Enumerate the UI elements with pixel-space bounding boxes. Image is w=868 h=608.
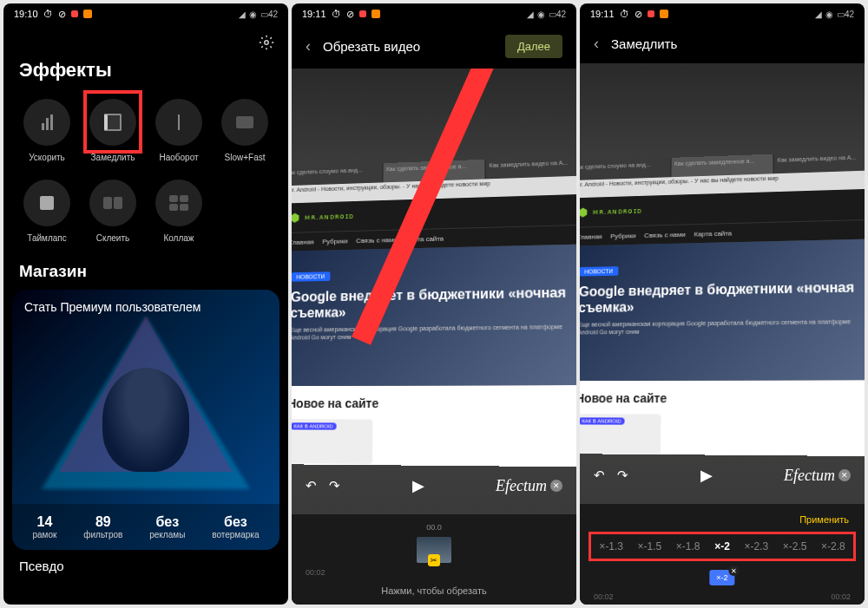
play-button[interactable]: ▶ (700, 466, 713, 485)
video-preview[interactable]: Как сделать слоумо на анд... Как сделать… (292, 69, 576, 514)
alarm-icon: ⏱ (43, 9, 53, 19)
play-button[interactable]: ▶ (412, 476, 424, 495)
timeline[interactable]: ×-2 ✕ 00:02 00:02 (587, 570, 858, 605)
app-icon-2 (83, 10, 92, 18)
speed-selector[interactable]: ×-1.3 ×-1.5 ×-1.8 ×-2 ×-2.3 ×-2.5 ×-2.8 (587, 530, 858, 563)
effect-slowfast[interactable]: Slow+Fast (214, 92, 276, 169)
speed-2[interactable]: ×-2 (714, 540, 730, 552)
pseudo-label: Псевдо (3, 550, 288, 582)
store-title: Магазин (3, 250, 288, 290)
effect-collage[interactable]: Коллаж (148, 173, 210, 250)
status-bar: 19:10 ⏱ ⊘ ◢ ◉ ▭42 (3, 3, 288, 24)
wifi-icon: ◉ (825, 10, 833, 19)
settings-icon[interactable] (259, 35, 274, 50)
preview-content: Как сделать слоумо на анд... Как сделать… (292, 155, 576, 467)
premium-title: Стать Премиум пользователем (24, 300, 201, 314)
status-time: 19:11 (590, 9, 615, 19)
app-icon-2 (372, 10, 380, 18)
effect-slowdown[interactable]: Замедлить (82, 92, 144, 169)
back-button[interactable]: ‹ (306, 37, 311, 56)
battery-icon: ▭42 (260, 10, 278, 19)
status-bar: 19:11 ⏱ ⊘ ◢ ◉ ▭42 (580, 3, 865, 24)
wifi-icon: ◉ (249, 10, 257, 19)
effect-speedup[interactable]: Ускорить (16, 92, 78, 169)
speed-marker[interactable]: ×-2 ✕ (709, 570, 734, 585)
trim-title: Обрезать видео (323, 39, 420, 54)
undo-button[interactable]: ↶ (594, 467, 605, 483)
redo-button[interactable]: ↷ (617, 467, 628, 483)
speed-2.3[interactable]: ×-2.3 (744, 540, 768, 552)
thumbnail-strip[interactable]: ✂ (299, 537, 569, 563)
time-left: 00:02 (594, 592, 614, 601)
speed-2.8[interactable]: ×-2.8 (821, 540, 845, 552)
watermark-close[interactable]: ✕ (838, 469, 851, 481)
preview-content: Как сделать слоумо на анд... Как сделать… (580, 150, 865, 456)
dnd-icon: ⊘ (346, 9, 354, 20)
battery-icon: ▭42 (549, 10, 566, 19)
trim-hint: Нажми, чтобы обрезать (299, 580, 569, 605)
battery-icon: ▭42 (837, 10, 854, 19)
watermark: Efectum ✕ (496, 477, 562, 495)
svg-point-0 (265, 41, 269, 45)
dnd-icon: ⊘ (635, 9, 642, 20)
wifi-icon: ◉ (537, 10, 545, 19)
next-button[interactable]: Далее (505, 35, 562, 58)
speed-2.5[interactable]: ×-2.5 (783, 540, 807, 552)
screen-effects: 19:10 ⏱ ⊘ ◢ ◉ ▭42 Эффекты Ускорить Замед… (3, 3, 288, 605)
trim-controls: 00.0 ✂ 00:02 Нажми, чтобы обрезать (292, 514, 576, 605)
apply-button[interactable]: Применить (799, 514, 849, 525)
speed-1.5[interactable]: ×-1.5 (638, 540, 662, 552)
speed-1.8[interactable]: ×-1.8 (676, 540, 700, 552)
watermark: Efectum ✕ (784, 467, 851, 485)
status-bar: 19:11 ⏱ ⊘ ◢ ◉ ▭42 (292, 3, 576, 24)
back-button[interactable]: ‹ (594, 35, 599, 53)
effects-title: Эффекты (3, 54, 288, 92)
effect-timelapse[interactable]: Таймлапс (16, 173, 78, 250)
effects-grid: Ускорить Замедлить Наоборот Slow+Fast Та… (3, 92, 288, 250)
video-header: ‹ Обрезать видео Далее (292, 24, 576, 69)
alarm-icon: ⏱ (332, 9, 341, 19)
timecode-top: 00.0 (299, 523, 569, 532)
app-icon-1 (359, 10, 366, 17)
app-icon-1 (71, 10, 78, 17)
app-icon-2 (660, 10, 668, 18)
time-left: 00:02 (306, 568, 326, 577)
effect-merge[interactable]: Склеить (82, 173, 144, 250)
redo-button[interactable]: ↷ (329, 478, 340, 494)
signal-icon: ◢ (527, 10, 534, 19)
marker-close[interactable]: ✕ (729, 566, 740, 576)
screen-slowdown: 19:11 ⏱ ⊘ ◢ ◉ ▭42 ‹ Замедлить Как сделат… (580, 3, 865, 605)
signal-icon: ◢ (239, 10, 246, 19)
screen-trim: 19:11 ⏱ ⊘ ◢ ◉ ▭42 ‹ Обрезать видео Далее… (292, 3, 576, 605)
status-time: 19:10 (14, 9, 38, 19)
dnd-icon: ⊘ (58, 9, 66, 20)
premium-stats: 14рамок 89фильтров безрекламы безвотерма… (12, 504, 279, 550)
undo-button[interactable]: ↶ (306, 478, 317, 494)
video-header: ‹ Замедлить (580, 24, 865, 63)
slowdown-title: Замедлить (611, 36, 677, 51)
speed-controls: Применить ×-1.3 ×-1.5 ×-1.8 ×-2 ×-2.3 ×-… (580, 504, 865, 605)
status-time: 19:11 (302, 9, 326, 19)
watermark-close[interactable]: ✕ (550, 480, 562, 492)
premium-card[interactable]: Стать Премиум пользователем 14рамок 89фи… (12, 290, 279, 550)
alarm-icon: ⏱ (620, 9, 629, 19)
effect-reverse[interactable]: Наоборот (148, 92, 210, 169)
speed-1.3[interactable]: ×-1.3 (599, 540, 623, 552)
signal-icon: ◢ (815, 10, 822, 19)
trim-marker[interactable]: ✂ (428, 554, 440, 566)
app-icon-1 (648, 10, 654, 17)
video-preview[interactable]: Как сделать слоумо на анд... Как сделать… (580, 63, 865, 504)
time-right: 00:02 (831, 592, 851, 601)
